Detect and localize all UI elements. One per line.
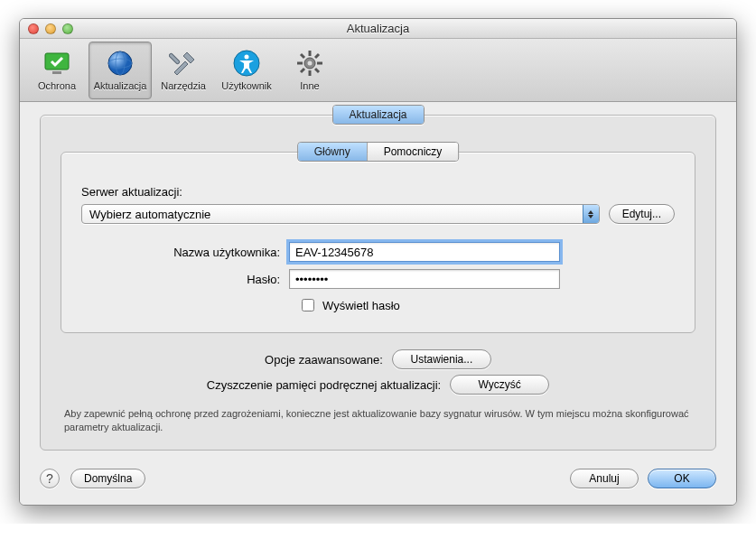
show-password-label: Wyświetl hasło [322,299,400,312]
show-password-checkbox[interactable] [302,299,314,311]
svg-line-14 [315,69,319,72]
window-title: Aktualizacja [20,22,736,35]
accessibility-icon [232,49,261,78]
outer-tab-group: Aktualizacja Główny Pomocniczy Serwer ak… [40,115,716,451]
clear-cache-button[interactable]: Wyczyść [450,375,549,395]
svg-point-2 [108,51,132,75]
shield-monitor-icon [42,49,71,78]
inner-tab-group: Główny Pomocniczy Serwer aktualizacji: W… [61,152,695,333]
globe-icon [106,49,135,78]
titlebar: Aktualizacja [20,19,736,39]
toolbar-item-label: Narzędzia [161,80,206,91]
ok-button[interactable]: OK [648,469,716,488]
svg-line-15 [301,69,304,72]
toolbar-item-user[interactable]: Użytkownik [215,42,278,99]
window-body: Aktualizacja Główny Pomocniczy Serwer ak… [20,102,736,505]
cancel-button[interactable]: Anuluj [570,469,639,488]
svg-point-7 [245,55,249,60]
svg-rect-1 [52,71,61,74]
advanced-options-label: Opcje zaawansowane: [265,353,383,367]
toolbar-item-protection[interactable]: Ochrona [25,42,89,99]
server-select[interactable]: Wybierz automatycznie [81,204,600,224]
settings-button[interactable]: Ustawienia... [392,349,491,369]
help-text: Aby zapewnić pełną ochronę przed zagroże… [61,407,695,435]
svg-rect-5 [169,53,180,65]
edit-server-button[interactable]: Edytuj... [609,204,675,224]
tab-secondary[interactable]: Pomocniczy [368,143,459,161]
cache-clear-label: Czyszczenie pamięci podręcznej aktualiza… [207,378,441,392]
preferences-window: Aktualizacja Ochrona Aktualizacja Narzęd… [19,18,737,506]
username-label: Nazwa użytkownika: [81,246,289,259]
svg-line-13 [301,54,304,58]
toolbar-item-label: Aktualizacja [94,80,147,91]
help-button[interactable]: ? [40,469,60,488]
toolbar-item-label: Inne [300,80,319,91]
svg-line-16 [315,54,319,58]
footer: ? Domyślna Anuluj OK [40,469,716,488]
select-arrows-icon [583,205,599,223]
outer-tab-segmented: Aktualizacja [331,105,424,125]
toolbar: Ochrona Aktualizacja Narzędzia Użytkowni… [20,39,736,102]
minimize-icon[interactable] [45,23,56,34]
server-label: Serwer aktualizacji: [81,185,675,199]
toolbar-item-other[interactable]: Inne [278,42,341,99]
password-label: Hasło: [81,273,289,286]
close-icon[interactable] [28,23,39,34]
gear-icon [295,49,324,78]
server-select-value: Wybierz automatycznie [89,208,210,221]
toolbar-item-label: Ochrona [38,80,76,91]
inner-tab-segmented: Główny Pomocniczy [297,142,460,162]
tab-update[interactable]: Aktualizacja [332,106,423,124]
svg-point-17 [308,61,313,66]
tools-icon [169,49,198,78]
tab-primary[interactable]: Główny [298,143,368,161]
zoom-icon[interactable] [62,23,73,34]
toolbar-item-update[interactable]: Aktualizacja [89,42,152,99]
toolbar-item-label: Użytkownik [221,80,272,91]
username-field[interactable] [289,242,560,262]
window-controls [20,23,73,34]
default-button[interactable]: Domyślna [70,469,145,488]
password-field[interactable] [289,269,560,289]
toolbar-item-tools[interactable]: Narzędzia [152,42,215,99]
